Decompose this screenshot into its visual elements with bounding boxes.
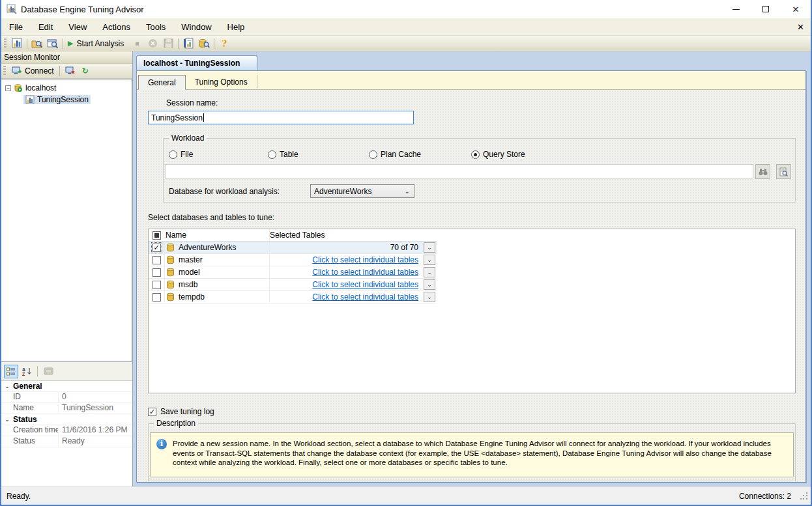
column-header-name[interactable]: Name (164, 229, 269, 241)
menu-window[interactable]: Window (173, 19, 219, 35)
connect-button[interactable]: Connect (8, 65, 57, 77)
categorized-view-button[interactable] (4, 365, 18, 378)
resize-grip[interactable] (800, 492, 808, 500)
refresh-button[interactable]: ↻ (79, 65, 92, 77)
select-tables-link[interactable]: Click to select individual tables (312, 292, 418, 302)
tree-node-server[interactable]: − localhost (1, 82, 132, 94)
start-analysis-button[interactable]: ▶ Start Analysis (65, 36, 129, 51)
property-category[interactable]: ⌄ Status (1, 414, 132, 425)
tables-dropdown-button[interactable]: ⌄ (424, 267, 435, 277)
property-category[interactable]: ⌄ General (1, 381, 132, 392)
radio-table[interactable]: Table (268, 150, 298, 159)
save-tuning-log-option[interactable]: ✓ Save tuning log (148, 407, 214, 416)
connections-count: Connections: 2 (739, 492, 791, 501)
help-button[interactable]: ? (216, 36, 232, 51)
server-node-label[interactable]: localhost (25, 83, 56, 92)
collapse-icon[interactable]: − (5, 85, 11, 91)
property-row[interactable]: Name TuningSession (1, 403, 132, 414)
report-button[interactable] (181, 36, 196, 51)
table-row[interactable]: msdb Click to select individual tables ⌄ (149, 279, 437, 291)
tables-dropdown-button[interactable]: ⌄ (424, 255, 435, 265)
tables-dropdown-button[interactable]: ⌄ (424, 242, 435, 253)
toolbar-grip (3, 66, 6, 76)
database-icon (166, 280, 175, 289)
table-row[interactable]: model Click to select individual tables … (149, 266, 437, 279)
property-row[interactable]: ID 0 (1, 392, 132, 403)
alphabetical-sort-button[interactable]: A Z (20, 365, 34, 378)
selected-tables-count: 70 of 70 (269, 242, 422, 253)
menu-bar: File Edit View Actions Tools Window Help… (1, 18, 811, 36)
document-tab[interactable]: localhost - TuningSession (136, 55, 257, 70)
database-name: model (179, 268, 200, 277)
app-icon (7, 4, 17, 14)
toolbar-separator (59, 66, 60, 76)
select-all-checkbox[interactable] (152, 231, 161, 240)
menu-tools[interactable]: Tools (138, 19, 173, 35)
database-icon (166, 243, 175, 252)
radio-label: Table (280, 150, 298, 159)
radio-plan-cache[interactable]: Plan Cache (369, 150, 421, 159)
info-icon: i (156, 439, 167, 449)
databases-grid: Name Selected Tables ✓ (149, 229, 437, 303)
tree-node-session[interactable]: TuningSession (1, 94, 132, 105)
tab-tuning-options[interactable]: Tuning Options (186, 74, 257, 89)
column-header-selected-tables[interactable]: Selected Tables (269, 229, 422, 241)
browse-file-button (755, 164, 770, 179)
select-tables-link[interactable]: Click to select individual tables (312, 268, 418, 277)
table-row[interactable]: master Click to select individual tables… (149, 254, 437, 266)
play-icon: ▶ (68, 39, 73, 48)
chevron-down-icon: ⌄ (1, 416, 13, 423)
chevron-down-icon: ⌄ (401, 188, 414, 195)
tab-strip: General Tuning Options (137, 71, 805, 90)
row-checkbox[interactable] (152, 256, 161, 264)
table-row[interactable]: tempdb Click to select individual tables… (149, 291, 437, 303)
category-label: General (13, 382, 42, 391)
radio-query-store[interactable]: Query Store (471, 150, 525, 159)
property-row[interactable]: Creation time 11/6/2016 1:26 PM (1, 425, 132, 436)
tab-general[interactable]: General (138, 75, 186, 90)
report-icon (183, 38, 194, 49)
menu-edit[interactable]: Edit (31, 19, 61, 35)
disconnect-button[interactable] (62, 65, 79, 77)
select-tables-link[interactable]: Click to select individual tables (312, 280, 418, 289)
new-session-button[interactable] (9, 36, 25, 51)
select-tables-link[interactable]: Click to select individual tables (312, 255, 418, 264)
row-checkbox-checked[interactable]: ✓ (152, 244, 161, 252)
tables-dropdown-button[interactable]: ⌄ (424, 279, 435, 290)
menu-view[interactable]: View (61, 19, 94, 35)
row-checkbox[interactable] (152, 293, 161, 302)
row-checkbox[interactable] (152, 281, 161, 289)
status-message: Ready. (7, 492, 31, 501)
session-node-label[interactable]: TuningSession (37, 95, 89, 104)
table-row[interactable]: ✓ AdventureWorks 70 of 70 ⌄ (149, 242, 437, 254)
tune-database-button[interactable] (196, 36, 212, 51)
menu-actions[interactable]: Actions (94, 19, 138, 35)
menu-file[interactable]: File (1, 19, 31, 35)
toolbar-separator (27, 38, 27, 49)
new-session-icon (12, 38, 23, 49)
open-session-button[interactable] (29, 36, 45, 51)
session-name-input[interactable]: TuningSession (148, 111, 414, 124)
maximize-button[interactable] (751, 0, 781, 18)
save-tuning-log-checkbox[interactable]: ✓ (148, 408, 156, 416)
description-panel: i Provide a new session name. In the Wor… (150, 432, 794, 477)
workload-db-combobox[interactable]: AdventureWorks ⌄ (310, 184, 414, 198)
tables-dropdown-button[interactable]: ⌄ (424, 292, 435, 302)
title-bar: Database Engine Tuning Advisor ✕ (1, 0, 811, 18)
menu-help[interactable]: Help (220, 19, 253, 35)
property-value: TuningSession (59, 403, 132, 414)
save-button-disabled (160, 36, 176, 51)
refresh-icon: ↻ (82, 66, 89, 76)
stop-analysis-button: ■ (129, 36, 145, 51)
property-row[interactable]: Status Ready (1, 436, 132, 447)
save-tuning-log-label: Save tuning log (160, 407, 214, 416)
row-checkbox[interactable] (152, 268, 161, 277)
minimize-button[interactable] (721, 0, 751, 18)
property-value: 0 (59, 392, 132, 402)
radio-file[interactable]: File (169, 150, 193, 159)
close-button[interactable]: ✕ (781, 0, 811, 18)
open-workload-button[interactable] (45, 36, 61, 51)
workload-groupbox: Workload File Table Plan Cache (163, 138, 796, 203)
toolbar-separator (214, 38, 214, 49)
document-close-icon[interactable]: ✕ (797, 22, 804, 32)
